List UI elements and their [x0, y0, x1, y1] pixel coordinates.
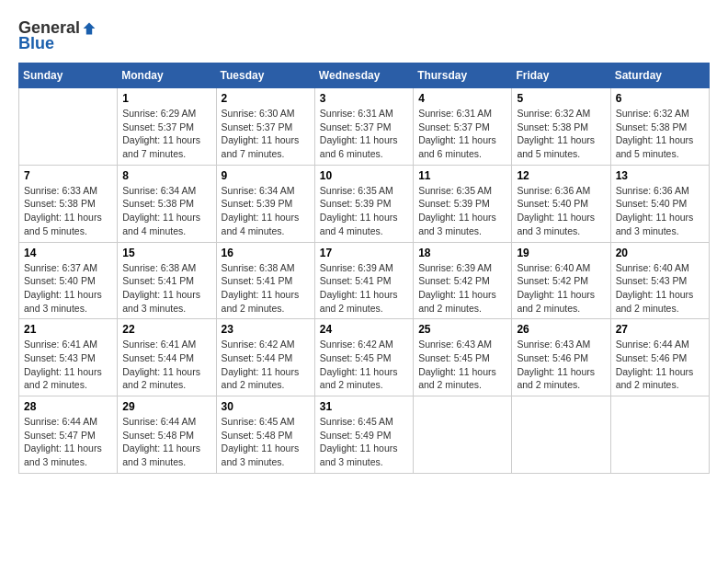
calendar-cell: 8Sunrise: 6:34 AMSunset: 5:38 PMDaylight… [118, 165, 216, 242]
day-number: 10 [320, 169, 408, 182]
day-number: 22 [122, 323, 210, 336]
day-number: 4 [418, 92, 506, 105]
day-info: Sunrise: 6:43 AMSunset: 5:45 PMDaylight:… [418, 338, 506, 392]
day-info: Sunrise: 6:32 AMSunset: 5:38 PMDaylight:… [616, 107, 704, 161]
day-number: 11 [418, 169, 506, 182]
day-number: 27 [616, 323, 704, 336]
calendar-cell: 14Sunrise: 6:37 AMSunset: 5:40 PMDayligh… [19, 242, 118, 319]
day-number: 9 [222, 169, 310, 182]
page-header: General Blue [18, 18, 710, 53]
day-info: Sunrise: 6:44 AMSunset: 5:48 PMDaylight:… [122, 415, 210, 469]
day-info: Sunrise: 6:43 AMSunset: 5:46 PMDaylight:… [517, 338, 605, 392]
calendar-cell: 23Sunrise: 6:42 AMSunset: 5:44 PMDayligh… [216, 319, 314, 396]
calendar-cell: 24Sunrise: 6:42 AMSunset: 5:45 PMDayligh… [314, 319, 413, 396]
day-number: 1 [122, 92, 210, 105]
calendar-cell: 27Sunrise: 6:44 AMSunset: 5:46 PMDayligh… [610, 319, 709, 396]
day-number: 26 [517, 323, 605, 336]
calendar-cell: 3Sunrise: 6:31 AMSunset: 5:37 PMDaylight… [314, 88, 413, 166]
day-number: 13 [616, 169, 704, 182]
day-info: Sunrise: 6:41 AMSunset: 5:43 PMDaylight:… [24, 338, 112, 392]
day-number: 17 [320, 247, 408, 259]
calendar-header-wednesday: Wednesday [314, 63, 413, 88]
day-number: 19 [517, 247, 605, 259]
day-info: Sunrise: 6:40 AMSunset: 5:42 PMDaylight:… [517, 261, 605, 316]
calendar-cell: 2Sunrise: 6:30 AMSunset: 5:37 PMDaylight… [216, 88, 314, 166]
day-info: Sunrise: 6:35 AMSunset: 5:39 PMDaylight:… [418, 184, 506, 238]
calendar-cell: 5Sunrise: 6:32 AMSunset: 5:38 PMDaylight… [512, 88, 610, 166]
calendar-cell: 12Sunrise: 6:36 AMSunset: 5:40 PMDayligh… [512, 165, 610, 242]
day-info: Sunrise: 6:44 AMSunset: 5:47 PMDaylight:… [24, 415, 112, 469]
day-number: 15 [122, 247, 210, 259]
day-number: 25 [418, 323, 506, 336]
logo-icon [82, 21, 97, 36]
day-number: 23 [222, 323, 310, 336]
day-number: 3 [320, 92, 408, 105]
calendar-cell [512, 396, 610, 474]
calendar-cell: 9Sunrise: 6:34 AMSunset: 5:39 PMDaylight… [216, 165, 314, 242]
day-number: 7 [24, 169, 112, 182]
day-info: Sunrise: 6:31 AMSunset: 5:37 PMDaylight:… [320, 107, 408, 161]
day-number: 16 [222, 247, 310, 259]
calendar-cell [19, 88, 118, 166]
svg-marker-0 [84, 22, 96, 34]
day-info: Sunrise: 6:38 AMSunset: 5:41 PMDaylight:… [222, 261, 310, 316]
calendar-cell: 10Sunrise: 6:35 AMSunset: 5:39 PMDayligh… [314, 165, 413, 242]
day-info: Sunrise: 6:38 AMSunset: 5:41 PMDaylight:… [122, 261, 210, 316]
calendar-cell: 6Sunrise: 6:32 AMSunset: 5:38 PMDaylight… [610, 88, 709, 166]
day-number: 29 [122, 400, 210, 413]
calendar-header-sunday: Sunday [19, 63, 118, 88]
calendar-cell: 1Sunrise: 6:29 AMSunset: 5:37 PMDaylight… [118, 88, 216, 166]
week-row-5: 28Sunrise: 6:44 AMSunset: 5:47 PMDayligh… [19, 396, 710, 474]
week-row-2: 7Sunrise: 6:33 AMSunset: 5:38 PMDaylight… [19, 165, 710, 242]
calendar-cell: 17Sunrise: 6:39 AMSunset: 5:41 PMDayligh… [314, 242, 413, 319]
day-info: Sunrise: 6:41 AMSunset: 5:44 PMDaylight:… [122, 338, 210, 392]
day-info: Sunrise: 6:45 AMSunset: 5:49 PMDaylight:… [320, 415, 408, 469]
calendar-header-tuesday: Tuesday [216, 63, 314, 88]
calendar-cell: 22Sunrise: 6:41 AMSunset: 5:44 PMDayligh… [118, 319, 216, 396]
day-info: Sunrise: 6:39 AMSunset: 5:41 PMDaylight:… [320, 261, 408, 316]
calendar-cell: 20Sunrise: 6:40 AMSunset: 5:43 PMDayligh… [610, 242, 709, 319]
calendar-cell: 4Sunrise: 6:31 AMSunset: 5:37 PMDaylight… [414, 88, 512, 166]
calendar-table: SundayMondayTuesdayWednesdayThursdayFrid… [18, 63, 710, 474]
calendar-cell: 31Sunrise: 6:45 AMSunset: 5:49 PMDayligh… [314, 396, 413, 474]
day-info: Sunrise: 6:36 AMSunset: 5:40 PMDaylight:… [616, 184, 704, 238]
day-info: Sunrise: 6:39 AMSunset: 5:42 PMDaylight:… [418, 261, 506, 316]
calendar-cell: 13Sunrise: 6:36 AMSunset: 5:40 PMDayligh… [610, 165, 709, 242]
calendar-cell: 26Sunrise: 6:43 AMSunset: 5:46 PMDayligh… [512, 319, 610, 396]
logo-blue-text: Blue [18, 34, 54, 53]
day-info: Sunrise: 6:30 AMSunset: 5:37 PMDaylight:… [222, 107, 310, 161]
calendar-header-thursday: Thursday [414, 63, 512, 88]
logo: General Blue [18, 18, 97, 53]
calendar-cell: 7Sunrise: 6:33 AMSunset: 5:38 PMDaylight… [19, 165, 118, 242]
day-number: 6 [616, 92, 704, 105]
day-number: 31 [320, 400, 408, 413]
calendar-cell: 18Sunrise: 6:39 AMSunset: 5:42 PMDayligh… [414, 242, 512, 319]
calendar-cell: 19Sunrise: 6:40 AMSunset: 5:42 PMDayligh… [512, 242, 610, 319]
day-info: Sunrise: 6:33 AMSunset: 5:38 PMDaylight:… [24, 184, 112, 238]
calendar-cell: 28Sunrise: 6:44 AMSunset: 5:47 PMDayligh… [19, 396, 118, 474]
day-number: 28 [24, 400, 112, 413]
calendar-cell: 25Sunrise: 6:43 AMSunset: 5:45 PMDayligh… [414, 319, 512, 396]
day-info: Sunrise: 6:35 AMSunset: 5:39 PMDaylight:… [320, 184, 408, 238]
calendar-header-friday: Friday [512, 63, 610, 88]
day-number: 8 [122, 169, 210, 182]
day-info: Sunrise: 6:45 AMSunset: 5:48 PMDaylight:… [222, 415, 310, 469]
day-info: Sunrise: 6:29 AMSunset: 5:37 PMDaylight:… [122, 107, 210, 161]
day-number: 30 [222, 400, 310, 413]
day-number: 21 [24, 323, 112, 336]
day-info: Sunrise: 6:34 AMSunset: 5:39 PMDaylight:… [222, 184, 310, 238]
calendar-cell: 30Sunrise: 6:45 AMSunset: 5:48 PMDayligh… [216, 396, 314, 474]
calendar-header-saturday: Saturday [610, 63, 709, 88]
calendar-header-row: SundayMondayTuesdayWednesdayThursdayFrid… [19, 63, 710, 88]
day-info: Sunrise: 6:40 AMSunset: 5:43 PMDaylight:… [616, 261, 704, 316]
day-number: 20 [616, 247, 704, 259]
calendar-cell [610, 396, 709, 474]
week-row-1: 1Sunrise: 6:29 AMSunset: 5:37 PMDaylight… [19, 88, 710, 166]
day-info: Sunrise: 6:31 AMSunset: 5:37 PMDaylight:… [418, 107, 506, 161]
day-info: Sunrise: 6:42 AMSunset: 5:44 PMDaylight:… [222, 338, 310, 392]
calendar-cell: 16Sunrise: 6:38 AMSunset: 5:41 PMDayligh… [216, 242, 314, 319]
calendar-cell: 21Sunrise: 6:41 AMSunset: 5:43 PMDayligh… [19, 319, 118, 396]
day-info: Sunrise: 6:42 AMSunset: 5:45 PMDaylight:… [320, 338, 408, 392]
week-row-4: 21Sunrise: 6:41 AMSunset: 5:43 PMDayligh… [19, 319, 710, 396]
day-number: 5 [517, 92, 605, 105]
